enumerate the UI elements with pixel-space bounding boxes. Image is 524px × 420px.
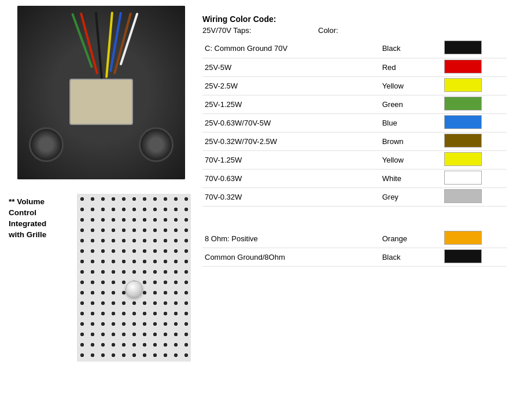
tap-cell: Common Ground/8Ohm <box>202 248 380 267</box>
color-name-cell: Blue <box>380 113 442 132</box>
wire-table-row: 25V-0.32W/70V-2.5W Brown <box>202 132 507 150</box>
wiring-title: Wiring Color Code: <box>202 14 507 24</box>
ohm-table-row: Common Ground/8Ohm Black <box>202 248 507 267</box>
section-separator <box>202 212 507 230</box>
color-swatch <box>444 78 482 92</box>
swatch-cell <box>442 132 507 150</box>
color-swatch <box>444 134 482 148</box>
color-name-cell: Grey <box>380 187 442 206</box>
speaker-transformer-image <box>17 6 185 179</box>
tap-cell: 8 Ohm: Positive <box>202 230 380 248</box>
color-swatch <box>444 115 482 129</box>
color-name-cell: Yellow <box>380 76 442 95</box>
tap-cell: 25V-0.63W/70V-5W <box>202 113 380 132</box>
grille-label-area: ** Volume Control Integrated with Grille <box>6 188 191 364</box>
tap-header: 25V/70V Taps: <box>202 26 318 35</box>
wire-table-row: 70V-0.32W Grey <box>202 187 507 206</box>
color-header: Color: <box>318 26 338 35</box>
tap-cell: 25V-2.5W <box>202 76 380 95</box>
wire-table-row: C: Common Ground 70V Black <box>202 39 507 58</box>
wire-table-row: 25V-0.63W/70V-5W Blue <box>202 113 507 132</box>
color-swatch <box>444 152 482 166</box>
color-name-cell: Yellow <box>380 150 442 169</box>
color-swatch <box>444 171 482 185</box>
color-name-cell: Green <box>380 95 442 113</box>
grille-image <box>77 194 191 362</box>
wire-table-row: 70V-0.63W White <box>202 169 507 187</box>
swatch-cell <box>442 230 507 248</box>
tap-cell: 70V-1.25W <box>202 150 380 169</box>
wiring-subtitle: 25V/70V Taps: Color: <box>202 26 507 35</box>
tap-cell: 25V-5W <box>202 58 380 76</box>
color-name-cell: Red <box>380 58 442 76</box>
tap-cell: C: Common Ground 70V <box>202 39 380 58</box>
color-swatch <box>444 40 482 54</box>
color-swatch <box>444 60 482 73</box>
color-name-cell: Brown <box>380 132 442 150</box>
volume-control-label: ** Volume Control Integrated with Grille <box>9 197 60 241</box>
volume-knob <box>126 281 143 298</box>
swatch-cell <box>442 187 507 206</box>
wire-table-row: 25V-2.5W Yellow <box>202 76 507 95</box>
swatch-cell <box>442 76 507 95</box>
ohm-table-row: 8 Ohm: Positive Orange <box>202 230 507 248</box>
wire-table-row: 25V-5W Red <box>202 58 507 76</box>
swatch-cell <box>442 150 507 169</box>
color-name-cell: Black <box>380 248 442 267</box>
color-swatch <box>444 97 482 110</box>
wiring-table: C: Common Ground 70V Black 25V-5W Red 25… <box>202 39 507 207</box>
tap-cell: 70V-0.32W <box>202 187 380 206</box>
left-section: ** Volume Control Integrated with Grille <box>6 6 191 414</box>
swatch-cell <box>442 58 507 76</box>
color-swatch <box>444 249 482 263</box>
color-name-cell: White <box>380 169 442 187</box>
color-swatch <box>444 231 482 245</box>
swatch-cell <box>442 39 507 58</box>
tap-cell: 25V-1.25W <box>202 95 380 113</box>
swatch-cell <box>442 95 507 113</box>
swatch-cell <box>442 113 507 132</box>
color-swatch <box>444 189 482 203</box>
color-name-cell: Orange <box>380 230 442 248</box>
swatch-cell <box>442 248 507 267</box>
color-name-cell: Black <box>380 39 442 58</box>
ohm-wire-table: 8 Ohm: Positive Orange Common Ground/8Oh… <box>202 230 507 267</box>
swatch-cell <box>442 169 507 187</box>
wiring-section: Wiring Color Code: 25V/70V Taps: Color: … <box>191 6 518 414</box>
tap-cell: 70V-0.63W <box>202 169 380 187</box>
wire-table-row: 70V-1.25W Yellow <box>202 150 507 169</box>
tap-cell: 25V-0.32W/70V-2.5W <box>202 132 380 150</box>
wire-table-row: 25V-1.25W Green <box>202 95 507 113</box>
